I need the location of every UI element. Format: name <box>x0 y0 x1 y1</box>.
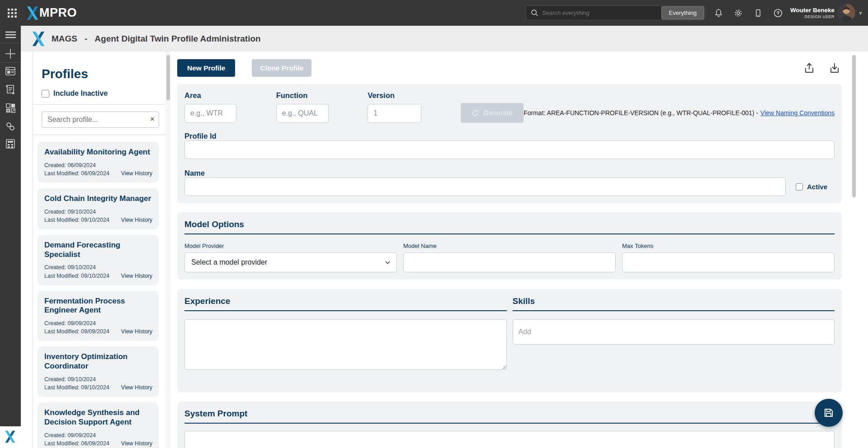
active-checkbox[interactable] <box>796 183 803 191</box>
profile-created: Created: 09/09/2024 <box>44 431 152 439</box>
main-content: New Profile Clone Profile Area Function <box>170 51 851 448</box>
search-scope-button[interactable]: Everything <box>661 6 704 19</box>
profile-modified: Last Modified: 09/10/2024 <box>44 216 109 224</box>
profile-modified: Last Modified: 06/09/2024 <box>44 169 109 177</box>
xmpro-logo: MPRO <box>26 6 77 20</box>
save-button[interactable] <box>815 399 843 427</box>
function-label: Function <box>276 91 329 100</box>
experience-skills-card: Experience Skills <box>177 289 842 392</box>
max-tokens-input[interactable] <box>622 252 835 272</box>
model-provider-select[interactable]: Select a model provider <box>184 252 397 272</box>
apps-grid-icon[interactable] <box>0 103 21 113</box>
system-prompt-card: System Prompt <box>177 401 842 448</box>
rail-divider <box>0 43 21 43</box>
profile-card[interactable]: Availability Monitoring Agent Created: 0… <box>38 142 159 183</box>
waffle-grid-icon <box>7 8 18 19</box>
profile-modified: Last Modified: 09/10/2024 <box>44 383 109 392</box>
identification-card: Area Function Version Generate Format: A… <box>177 84 842 203</box>
profile-card[interactable]: Fermentation Process Engineer Agent Crea… <box>38 291 159 341</box>
profile-modified: Last Modified: 06/09/2024 <box>44 439 109 448</box>
document-icon[interactable] <box>0 85 21 95</box>
profile-id-input[interactable] <box>184 140 835 159</box>
panel-scrollbar[interactable] <box>166 51 170 448</box>
clone-profile-button[interactable]: Clone Profile <box>252 59 311 77</box>
clear-search-icon[interactable]: × <box>150 115 155 124</box>
upload-icon[interactable] <box>804 62 815 74</box>
xmpro-x-glyph-icon <box>26 6 39 20</box>
new-profile-button[interactable]: New Profile <box>177 59 235 77</box>
include-inactive-label: Include Inactive <box>53 89 108 98</box>
main-scrollbar[interactable] <box>852 51 856 448</box>
profiles-panel: Profiles Include Inactive × Availability… <box>33 51 165 448</box>
global-search: Everything <box>526 5 706 20</box>
experience-textarea[interactable] <box>184 319 507 370</box>
name-input[interactable] <box>184 177 786 196</box>
download-icon[interactable] <box>829 62 840 74</box>
profile-history-link[interactable]: View History <box>121 328 152 335</box>
profile-card[interactable]: Demand Forecasting Specialist Created: 0… <box>38 235 159 285</box>
rail-divider <box>0 62 21 63</box>
model-name-label: Model Name <box>403 243 616 249</box>
profile-name: Cold Chain Integrity Manager <box>44 194 152 204</box>
mobile-device-icon[interactable] <box>753 8 764 19</box>
model-provider-label: Model Provider <box>184 243 397 249</box>
refresh-icon <box>472 109 479 117</box>
system-prompt-title: System Prompt <box>184 409 835 419</box>
version-input[interactable] <box>368 104 421 123</box>
notifications-bell-icon[interactable] <box>713 8 724 19</box>
profile-history-link[interactable]: View History <box>121 273 152 279</box>
profile-search: × <box>42 112 159 128</box>
profile-created: Created: 09/10/2024 <box>44 263 152 271</box>
profile-history-link[interactable]: View History <box>121 217 152 223</box>
search-icon <box>531 9 538 17</box>
divider <box>33 135 165 135</box>
profile-search-input[interactable] <box>42 112 159 128</box>
include-inactive-row: Include Inactive <box>42 89 165 98</box>
main-scrollbar-thumb[interactable] <box>852 55 856 197</box>
global-search-input[interactable] <box>542 9 661 16</box>
model-name-input[interactable] <box>403 252 616 272</box>
profile-card[interactable]: Inventory Optimization Coordinator Creat… <box>38 346 159 397</box>
naming-conventions-link[interactable]: View Naming Conventions <box>760 109 835 117</box>
title-separator: - <box>85 34 87 44</box>
profile-name: Availability Monitoring Agent <box>44 148 152 157</box>
user-caret-icon[interactable]: ▼ <box>858 10 863 16</box>
settings-gear-icon[interactable] <box>733 8 744 19</box>
profile-history-link[interactable]: View History <box>121 384 152 391</box>
function-input[interactable] <box>276 104 329 123</box>
save-floppy-icon <box>823 407 835 419</box>
panel-scrollbar-thumb[interactable] <box>166 55 170 100</box>
menu-icon[interactable] <box>0 31 21 38</box>
app-launcher-icon[interactable] <box>5 6 19 20</box>
app-header: MAGS - Agent Digital Twin Profile Admini… <box>21 26 868 51</box>
calculator-icon[interactable] <box>0 139 21 149</box>
user-menu[interactable]: Wouter Beneke DESIGN USER <box>777 0 835 26</box>
profile-name: Inventory Optimization Coordinator <box>44 352 152 371</box>
identification-row: Area Function Version Generate Format: A… <box>184 91 835 123</box>
active-label: Active <box>807 183 827 191</box>
profile-modified: Last Modified: 09/10/2024 <box>44 272 109 280</box>
dashboard-icon[interactable] <box>0 67 21 75</box>
skills-title: Skills <box>513 296 835 306</box>
avatar[interactable] <box>837 4 855 22</box>
skills-add-input[interactable] <box>513 319 835 345</box>
generate-button[interactable]: Generate <box>461 103 524 123</box>
profile-history-link[interactable]: View History <box>121 440 152 447</box>
profile-card[interactable]: Cold Chain Integrity Manager Created: 09… <box>38 188 159 229</box>
page-title-text: Agent Digital Twin Profile Administratio… <box>94 34 260 44</box>
profile-modified: Last Modified: 09/09/2024 <box>44 327 109 336</box>
max-tokens-label: Max Tokens <box>622 243 835 249</box>
profile-created: Created: 09/10/2024 <box>44 375 152 383</box>
toolbar: New Profile Clone Profile <box>177 59 842 77</box>
add-icon[interactable] <box>0 49 21 59</box>
top-bar: MPRO Everything ? Wouter <box>0 0 868 26</box>
system-prompt-textarea[interactable] <box>184 431 835 448</box>
sidebar-rail <box>0 26 21 426</box>
page-title: MAGS - Agent Digital Twin Profile Admini… <box>52 34 261 44</box>
include-inactive-checkbox[interactable] <box>42 90 49 98</box>
profile-card[interactable]: Knowledge Synthesis and Decision Support… <box>38 402 159 448</box>
area-input[interactable] <box>184 104 236 123</box>
link-icon[interactable] <box>0 121 21 132</box>
profile-history-link[interactable]: View History <box>121 170 152 177</box>
xmpro-footer-logo-icon <box>5 430 16 443</box>
